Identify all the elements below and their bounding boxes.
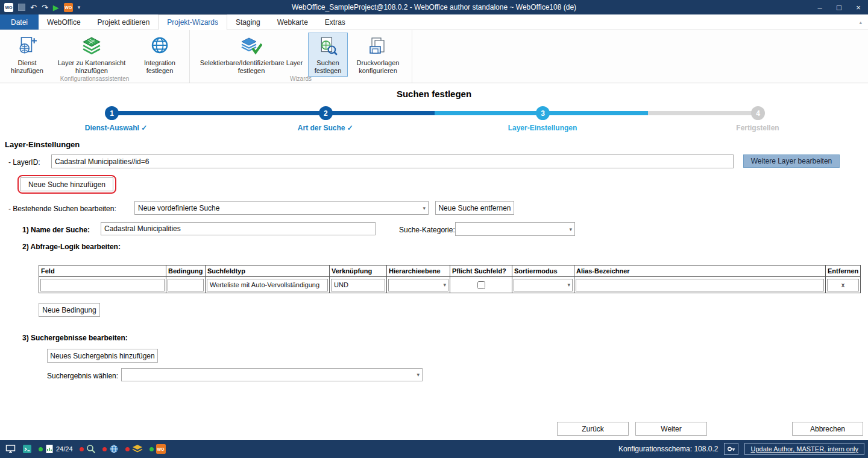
step-3-circle[interactable]: 3 xyxy=(536,106,550,120)
key-icon xyxy=(727,445,735,453)
window-title: WebOffice_SampleProject@108.0.2 - WebOff… xyxy=(0,3,868,11)
status-ok-dot xyxy=(149,447,154,451)
alias-input[interactable] xyxy=(576,279,824,291)
step-4-label: Fertigstellen xyxy=(736,124,779,132)
ribbon-item-druckvorlagen[interactable]: Druckvorlagen konfigurieren xyxy=(348,33,408,77)
suchfeldtyp-value: Werteliste mit Auto-Vervollständigung xyxy=(210,281,319,288)
pflicht-suchfeld-checkbox[interactable] xyxy=(477,281,485,289)
key-button[interactable] xyxy=(724,443,738,455)
collapse-ribbon-button[interactable]: ▴ xyxy=(853,14,868,30)
tab-extras[interactable]: Extras xyxy=(316,14,354,30)
chevron-down-icon: ▾ xyxy=(443,282,446,288)
remove-search-button[interactable]: Neue Suche entfernen xyxy=(435,201,514,215)
layers-icon xyxy=(132,444,143,454)
weboffice-icon[interactable]: WO xyxy=(64,3,73,12)
table-header-row: Feld Bedingung Suchfeldtyp Verknüpfung H… xyxy=(39,266,861,277)
undo-icon[interactable]: ↶ xyxy=(30,3,37,12)
ribbon-item-integration-festlegen[interactable]: Integration festlegen xyxy=(134,33,186,77)
search-status-group[interactable] xyxy=(80,444,96,454)
ribbon-item-suchen-festlegen[interactable]: Suchen festlegen xyxy=(308,33,348,77)
statusbar-left: 24/24 WO xyxy=(0,444,166,454)
ribbon-group-label: Wizards xyxy=(190,75,412,82)
chevron-down-icon: ▾ xyxy=(567,282,570,288)
step-1-circle[interactable]: 1 xyxy=(105,106,119,120)
tab-projekt-wizards[interactable]: Projekt-Wizards xyxy=(158,14,227,30)
user-info[interactable]: Update Author, MASTER, intern only xyxy=(744,443,864,455)
ribbon-item-label: Integration festlegen xyxy=(136,59,184,74)
search-name-input[interactable] xyxy=(101,222,376,235)
status-error-dot xyxy=(102,447,107,451)
column-header: Suchfeldtyp xyxy=(206,266,330,277)
query-conditions-table: Feld Bedingung Suchfeldtyp Verknüpfung H… xyxy=(39,265,861,293)
ribbon: Dienst hinzufügen Layer zu Kartenansicht… xyxy=(0,30,868,83)
app-logo-icon[interactable]: WO xyxy=(4,3,13,12)
hierarchieebene-select[interactable]: ▾ xyxy=(388,279,448,291)
minimize-button[interactable]: – xyxy=(810,0,829,14)
search-name-label: 1) Name der Suche: xyxy=(22,226,90,234)
ribbon-item-label: Suchen festlegen xyxy=(310,59,346,74)
report-icon xyxy=(45,444,54,454)
search-category-select[interactable]: ▾ xyxy=(455,222,575,236)
add-result-button[interactable]: Neues Suchergebnis hinzufügen xyxy=(47,349,158,363)
add-service-icon xyxy=(16,35,39,58)
window-controls: – □ × xyxy=(810,0,868,14)
choose-result-label: Suchergebnis wählen: xyxy=(47,372,118,380)
back-button[interactable]: Zurück xyxy=(557,422,629,436)
app-window: WO ↶ ↷ ▶ WO ▾ WebOffice_SampleProject@10… xyxy=(0,0,868,458)
existing-searches-label: - Bestehende Suchen bearbeiten: xyxy=(8,205,116,213)
terminal-icon[interactable] xyxy=(22,444,32,454)
qat-menu-icon[interactable]: ▾ xyxy=(78,4,81,10)
redo-icon[interactable]: ↷ xyxy=(42,3,48,12)
column-header: Verknüpfung xyxy=(330,266,387,277)
existing-searches-value: Neue vordefinierte Suche xyxy=(138,204,219,212)
layer-id-input[interactable] xyxy=(51,154,734,168)
globe-status-group[interactable] xyxy=(102,444,119,454)
existing-searches-select[interactable]: Neue vordefinierte Suche ▾ xyxy=(134,201,429,215)
statusbar: 24/24 WO xyxy=(0,440,868,458)
ribbon-item-layer-zu-kartenansicht[interactable]: Layer zu Kartenansicht hinzufügen xyxy=(49,33,134,77)
integration-globe-icon xyxy=(148,35,171,58)
tab-projekt-editieren[interactable]: Projekt editieren xyxy=(89,14,159,30)
edit-more-layers-button[interactable]: Weitere Layer bearbeiten xyxy=(743,154,840,168)
search-icon xyxy=(86,444,96,454)
quick-access-toolbar: WO ↶ ↷ ▶ WO ▾ xyxy=(0,3,80,12)
sortiermodus-select[interactable]: ▾ xyxy=(514,279,573,291)
chevron-down-icon: ▾ xyxy=(569,223,572,235)
remove-row-button[interactable]: x xyxy=(827,279,859,291)
close-button[interactable]: × xyxy=(849,0,868,14)
step-2-circle[interactable]: 2 xyxy=(319,106,333,120)
maximize-button[interactable]: □ xyxy=(829,0,849,14)
column-header: Pflicht Suchfeld? xyxy=(450,266,512,277)
feld-input[interactable] xyxy=(40,279,165,291)
ribbon-tabs: Datei WebOffice Projekt editieren Projek… xyxy=(0,14,868,30)
column-header: Alias-Bezeichner xyxy=(574,266,826,277)
chevron-down-icon: ▾ xyxy=(423,202,426,214)
monitor-icon[interactable] xyxy=(5,444,16,454)
verknuepfung-select[interactable]: UND xyxy=(331,279,385,291)
titlebar: WO ↶ ↷ ▶ WO ▾ WebOffice_SampleProject@10… xyxy=(0,0,868,14)
ribbon-item-dienst-hinzufuegen[interactable]: Dienst hinzufügen xyxy=(5,33,49,77)
tab-datei[interactable]: Datei xyxy=(0,14,39,30)
next-button[interactable]: Weiter xyxy=(635,422,707,436)
layers-status-group[interactable] xyxy=(125,444,143,454)
save-icon[interactable] xyxy=(18,4,25,11)
ribbon-item-selektierbare-layer[interactable]: Selektierbare/Identifizierbare Layer fes… xyxy=(195,33,308,77)
layer-count: 24/24 xyxy=(56,445,73,453)
weboffice-status-group[interactable]: WO xyxy=(149,444,166,454)
add-layer-to-map-icon xyxy=(80,35,103,58)
bedingung-input[interactable] xyxy=(168,279,204,291)
tab-weboffice[interactable]: WebOffice xyxy=(39,14,89,30)
add-search-button[interactable]: Neue Suche hinzufügen xyxy=(20,177,113,191)
ribbon-group-wizards: Selektierbare/Identifizierbare Layer fes… xyxy=(189,30,412,83)
column-header: Bedingung xyxy=(166,266,206,277)
step-1-label: Dienst-Auswahl ✓ xyxy=(85,124,147,132)
suchfeldtyp-select[interactable]: Werteliste mit Auto-Vervollständigung xyxy=(207,279,328,291)
cancel-button[interactable]: Abbrechen xyxy=(792,422,863,436)
progress-segment-done xyxy=(112,111,435,115)
run-icon[interactable]: ▶ xyxy=(53,3,59,12)
layer-status-group[interactable]: 24/24 xyxy=(39,444,73,454)
new-condition-button[interactable]: Neue Bedingung xyxy=(39,303,100,317)
tab-webkarte[interactable]: Webkarte xyxy=(269,14,316,30)
choose-result-select[interactable]: ▾ xyxy=(121,368,423,381)
tab-staging[interactable]: Staging xyxy=(227,14,269,30)
